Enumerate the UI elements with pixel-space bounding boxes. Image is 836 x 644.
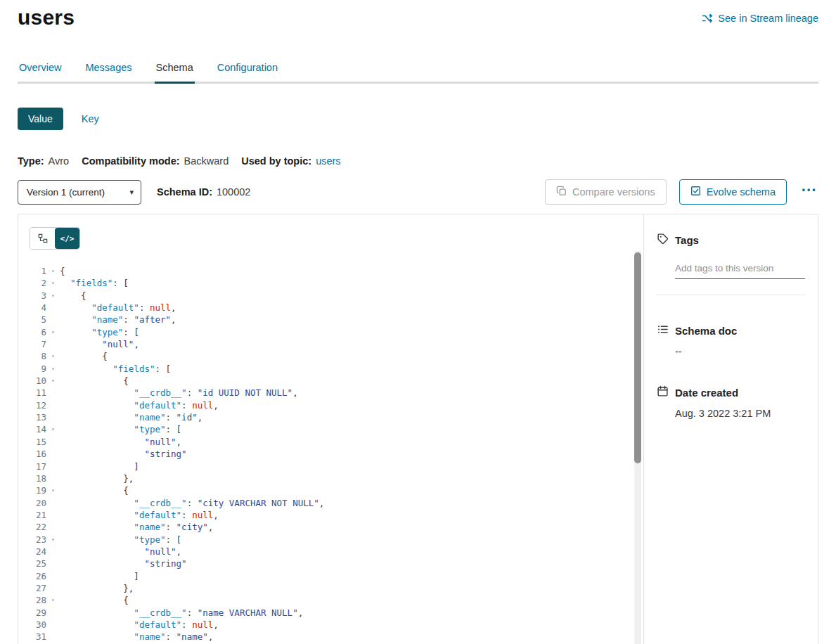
fold-toggle-icon[interactable]: ▾	[46, 594, 60, 606]
line-number: 22	[18, 521, 46, 533]
code-line: 22 "name": "city",	[18, 521, 643, 533]
fold-toggle-icon[interactable]: ▾	[46, 375, 60, 387]
value-toggle-button[interactable]: Value	[18, 108, 63, 130]
code-text: "type": [	[60, 326, 139, 338]
fold-spacer	[46, 387, 60, 399]
schema-doc-icon	[657, 323, 669, 338]
code-line: 24 "null",	[18, 546, 643, 558]
code-line: 13 "name": "id",	[18, 411, 643, 423]
version-select[interactable]: Version 1 (current) ▾	[18, 180, 141, 205]
code-line: 5 "name": "after",	[18, 314, 643, 326]
tags-section-header: Tags	[657, 233, 805, 247]
code-text: },	[60, 472, 134, 484]
line-number: 6	[18, 326, 46, 338]
line-number: 3	[18, 290, 46, 302]
fold-toggle-icon[interactable]: ▾	[46, 277, 60, 289]
fold-spacer	[46, 302, 60, 314]
line-number: 13	[18, 411, 46, 423]
key-toggle-button[interactable]: Key	[82, 113, 99, 124]
topic-link[interactable]: users	[316, 155, 340, 167]
scrollbar-thumb[interactable]	[634, 252, 641, 463]
line-number: 14	[18, 423, 46, 435]
stream-lineage-icon	[702, 13, 713, 24]
code-text: "type": [	[60, 534, 181, 546]
code-text: "__crdb__": "id UUID NOT NULL",	[60, 387, 298, 399]
fold-toggle-icon[interactable]: ▾	[46, 350, 60, 362]
fold-spacer	[46, 411, 60, 423]
code-text: "default": null,	[60, 509, 219, 521]
fold-spacer	[46, 619, 60, 631]
code-line: 10▾ {	[18, 375, 643, 387]
date-created-value: Aug. 3 2022 3:21 PM	[675, 408, 805, 419]
tab-configuration[interactable]: Configuration	[216, 58, 279, 84]
line-number: 28	[18, 594, 46, 606]
code-text: "name": "id",	[60, 411, 202, 423]
fold-spacer	[46, 338, 60, 350]
code-line: 26 ]	[18, 570, 643, 582]
line-number: 10	[18, 375, 46, 387]
compare-versions-label: Compare versions	[572, 186, 655, 198]
line-number: 8	[18, 350, 46, 362]
evolve-schema-button[interactable]: Evolve schema	[679, 179, 787, 205]
scrollbar-track[interactable]	[634, 251, 641, 644]
fold-toggle-icon[interactable]: ▾	[46, 484, 60, 496]
fold-toggle-icon[interactable]: ▾	[46, 534, 60, 546]
code-text: "null",	[60, 546, 181, 558]
schema-toolbar: Version 1 (current) ▾ Schema ID: 100002 …	[18, 179, 818, 205]
code-line: 18 },	[18, 472, 643, 484]
code-text: {	[60, 375, 129, 387]
fold-spacer	[46, 582, 60, 594]
fold-spacer	[46, 461, 60, 472]
line-number: 25	[18, 558, 46, 569]
tab-messages[interactable]: Messages	[84, 58, 133, 84]
line-number: 9	[18, 363, 46, 375]
code-lines: 1▾{2▾ "fields": [3▾ {4 "default": null,5…	[18, 265, 643, 644]
fold-spacer	[46, 399, 60, 411]
tab-schema[interactable]: Schema	[155, 58, 195, 84]
stream-lineage-label: See in Stream lineage	[718, 13, 818, 24]
code-text: "__crdb__": "name VARCHAR NULL",	[60, 607, 303, 619]
code-line: 14▾ "type": [	[18, 423, 643, 435]
code-text: "null",	[60, 338, 139, 350]
code-line: 20 "__crdb__": "city VARCHAR NOT NULL",	[18, 497, 643, 509]
code-line: 28▾ {	[18, 594, 643, 606]
code-text: ]	[60, 570, 139, 582]
tags-title: Tags	[675, 234, 699, 246]
sidebar-divider	[657, 295, 805, 295]
code-line: 15 "null",	[18, 436, 643, 448]
tree-view-button[interactable]	[30, 228, 55, 249]
evolve-schema-icon	[690, 186, 701, 198]
code-line: 21 "default": null,	[18, 509, 643, 521]
compare-versions-button[interactable]: Compare versions	[545, 179, 667, 205]
stream-lineage-link[interactable]: See in Stream lineage	[702, 13, 818, 24]
tab-overview[interactable]: Overview	[18, 58, 63, 84]
schema-id: Schema ID: 100002	[157, 186, 250, 198]
code-line: 25 "string"	[18, 558, 643, 569]
fold-toggle-icon[interactable]: ▾	[46, 423, 60, 435]
fold-toggle-icon[interactable]: ▾	[46, 326, 60, 338]
fold-toggle-icon[interactable]: ▾	[46, 265, 60, 277]
editor-view-toggle: </>	[30, 227, 80, 250]
line-number: 18	[18, 472, 46, 484]
fold-toggle-icon[interactable]: ▾	[46, 363, 60, 375]
line-number: 12	[18, 399, 46, 411]
add-tags-input[interactable]	[675, 260, 805, 279]
line-number: 7	[18, 338, 46, 350]
code-text: {	[60, 290, 86, 302]
schema-doc-title: Schema doc	[675, 325, 737, 337]
line-number: 27	[18, 582, 46, 594]
code-line: 9▾ "fields": [	[18, 363, 643, 375]
code-line: 31 "name": "name",	[18, 631, 643, 643]
line-number: 30	[18, 619, 46, 631]
fold-toggle-icon[interactable]: ▾	[46, 290, 60, 302]
code-line: 27 },	[18, 582, 643, 594]
line-number: 31	[18, 631, 46, 643]
code-view-button[interactable]: </>	[55, 228, 79, 249]
tab-bar: Overview Messages Schema Configuration	[18, 58, 818, 84]
code-text: "string"	[60, 448, 187, 460]
more-options-button[interactable]: ⋯	[799, 181, 818, 203]
code-text: {	[60, 265, 65, 277]
schema-doc-value: --	[675, 346, 805, 357]
line-number: 16	[18, 448, 46, 460]
code-line: 2▾ "fields": [	[18, 277, 643, 289]
